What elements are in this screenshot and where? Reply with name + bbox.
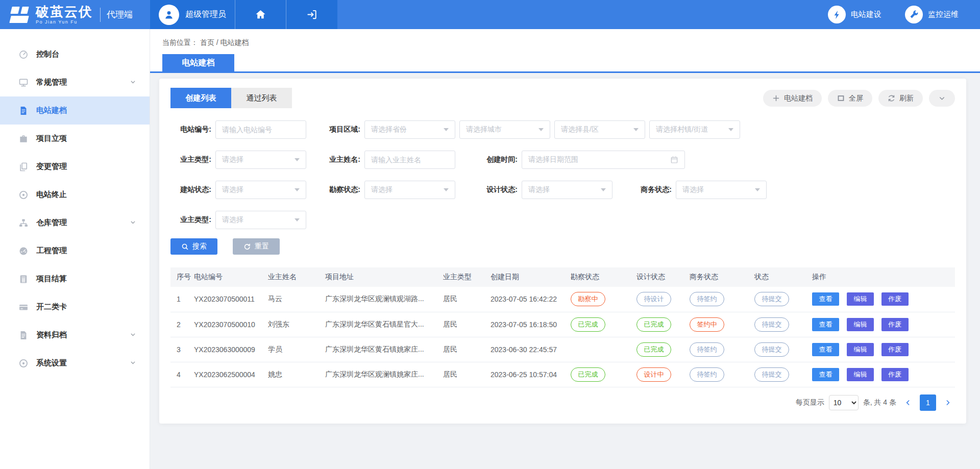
build-status-select[interactable]: 请选择	[215, 181, 306, 199]
survey-status-select[interactable]: 请选择	[364, 181, 455, 199]
status-badge: 已完成	[571, 317, 605, 332]
refresh-icon	[888, 94, 895, 102]
home-icon	[255, 9, 266, 20]
chevron-down-icon	[130, 78, 136, 87]
view-button[interactable]: 查看	[812, 318, 839, 331]
owner-type-label: 业主类型:	[170, 155, 211, 164]
chevron-down-icon	[938, 94, 946, 102]
tab-passed-list[interactable]: 通过列表	[231, 88, 292, 108]
table-row: 2 YX2023070500010 刘强东 广东深圳龙华区黄石镇星官大... 居…	[170, 312, 955, 337]
sidebar-item-general-management[interactable]: 常规管理	[0, 68, 150, 96]
edit-button[interactable]: 编辑	[847, 318, 874, 331]
owner-type-select[interactable]: 请选择	[215, 151, 306, 169]
home-button[interactable]	[235, 0, 286, 29]
page-tab-station-archive[interactable]: 电站建档	[162, 54, 234, 71]
caret-down-icon	[601, 188, 606, 191]
void-button[interactable]: 作废	[881, 368, 909, 381]
business-status-label: 商务状态:	[631, 185, 672, 194]
sidebar-item-engineering-management[interactable]: 工程管理	[0, 237, 150, 265]
search-button[interactable]: 搜索	[170, 238, 217, 255]
view-button[interactable]: 查看	[812, 292, 839, 306]
table-row: 3 YX2023063000009 学员 广东深圳龙华区黄石镇姚家庄... 居民…	[170, 337, 955, 362]
dashboard-icon	[18, 246, 29, 256]
sidebar-item-system-settings[interactable]: 系统设置	[0, 349, 150, 377]
next-page-button[interactable]	[944, 399, 952, 407]
settings-icon	[18, 358, 29, 368]
edit-button[interactable]: 编辑	[847, 368, 874, 381]
fullscreen-icon	[837, 94, 845, 102]
region-label: 项目区域:	[320, 125, 360, 134]
nav-monitoring-ops[interactable]: 监控运维	[905, 6, 959, 23]
sidebar-item-change-management[interactable]: 变更管理	[0, 153, 150, 181]
sidebar-item-station-archive[interactable]: 电站建档	[0, 96, 150, 125]
breadcrumb-home-link[interactable]: 首页	[200, 38, 214, 46]
collapse-button[interactable]	[929, 90, 955, 107]
briefcase-icon	[18, 134, 29, 144]
copy-icon	[18, 162, 29, 172]
table-row: 4 YX2023062500004 姚忠 广东深圳龙华区观澜镇姚家庄... 居民…	[170, 362, 955, 387]
prev-page-button[interactable]	[904, 399, 912, 407]
view-button[interactable]: 查看	[812, 368, 839, 381]
person-icon	[163, 9, 175, 21]
date-range-picker[interactable]: 请选择日期范围	[522, 151, 685, 169]
target-icon	[18, 190, 29, 200]
logout-icon	[306, 9, 318, 20]
breadcrumb-prefix: 当前位置：	[162, 38, 198, 46]
user-avatar	[159, 5, 179, 25]
sidebar-item-data-archive[interactable]: 资料归档	[0, 321, 150, 349]
owner-type2-label: 业主类型:	[170, 215, 211, 225]
nav-label: 监控运维	[928, 10, 959, 19]
void-button[interactable]: 作废	[881, 292, 909, 306]
nav-station-construction[interactable]: 电站建设	[828, 6, 881, 23]
sidebar-item-type2-card[interactable]: 开二类卡	[0, 293, 150, 321]
province-select[interactable]: 请选择省份	[364, 120, 455, 139]
user-block: 超级管理员	[150, 0, 337, 29]
owner-type2-select[interactable]: 请选择	[215, 211, 306, 229]
void-button[interactable]: 作废	[881, 343, 909, 356]
sidebar-item-station-termination[interactable]: 电站终止	[0, 181, 150, 209]
status-badge: 待提交	[754, 367, 789, 382]
page-number-button[interactable]: 1	[920, 394, 936, 411]
per-page-select[interactable]: 10	[829, 395, 859, 410]
business-status-select[interactable]: 请选择	[676, 181, 767, 199]
fullscreen-button[interactable]: 全屏	[828, 90, 872, 107]
county-select[interactable]: 请选择县/区	[554, 120, 645, 139]
village-select[interactable]: 请选择村镇/街道	[649, 120, 740, 139]
brand-logo-icon	[9, 5, 31, 25]
create-station-button[interactable]: 电站建档	[763, 90, 822, 107]
void-button[interactable]: 作废	[881, 318, 909, 331]
city-select[interactable]: 请选择城市	[459, 120, 550, 139]
view-button[interactable]: 查看	[812, 343, 839, 356]
chevron-down-icon	[130, 331, 136, 340]
refresh-button[interactable]: 刷新	[878, 90, 923, 107]
edit-button[interactable]: 编辑	[847, 343, 874, 356]
nav-label: 电站建设	[851, 10, 881, 19]
caret-down-icon	[633, 128, 639, 131]
reset-button[interactable]: 重置	[233, 238, 280, 255]
card-icon	[18, 302, 29, 312]
station-no-input[interactable]	[215, 120, 306, 139]
owner-name-input[interactable]	[364, 151, 455, 169]
sitemap-icon	[18, 218, 29, 228]
status-badge: 已完成	[636, 317, 671, 332]
design-status-select[interactable]: 请选择	[522, 181, 612, 199]
total-count-label: 条, 共 4 条	[863, 398, 896, 407]
sidebar-item-warehouse-management[interactable]: 仓库管理	[0, 209, 150, 237]
station-no-label: 电站编号:	[170, 125, 211, 134]
sidebar-item-console[interactable]: 控制台	[0, 40, 150, 68]
archive-icon	[18, 330, 29, 340]
status-badge: 已完成	[571, 367, 605, 382]
brand-divider	[100, 8, 101, 22]
sidebar-item-project-settlement[interactable]: 项目结算	[0, 265, 150, 293]
build-status-label: 建站状态:	[170, 185, 211, 194]
tab-create-list[interactable]: 创建列表	[170, 88, 231, 108]
status-badge: 待签约	[690, 292, 724, 306]
document-icon	[18, 106, 29, 116]
calendar-icon	[670, 156, 678, 164]
sidebar-item-project-initiation[interactable]: 项目立项	[0, 125, 150, 153]
caret-down-icon	[295, 158, 300, 161]
edit-button[interactable]: 编辑	[847, 292, 874, 306]
logout-button[interactable]	[286, 0, 337, 29]
user-menu[interactable]: 超级管理员	[150, 0, 235, 29]
brand: 破茧云伏 Po Jian Yun Fu 代理端	[0, 0, 150, 29]
